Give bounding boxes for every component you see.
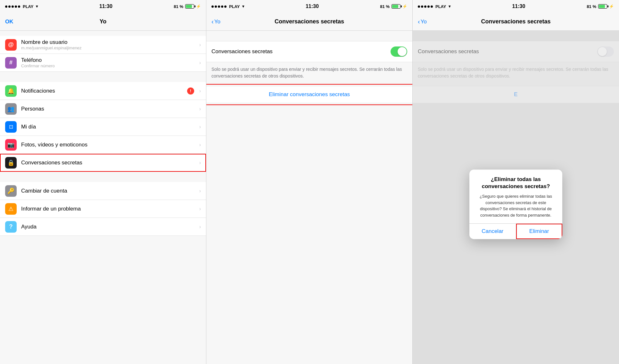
section-2: 🔔 Notificaciones ! › 👥 Personas ›	[0, 72, 206, 172]
battery-fill-1	[186, 5, 192, 8]
dot2-5	[224, 5, 227, 8]
section-1: @ Nombre de usuario m.me/juanmiguel.espi…	[0, 31, 206, 72]
back-label-3: Yo	[421, 19, 427, 25]
list-item-ayuda[interactable]: ? Ayuda ›	[0, 218, 206, 236]
section-gap-top	[0, 31, 206, 36]
ayuda-text: Ayuda	[21, 224, 197, 230]
list-item-username[interactable]: @ Nombre de usuario m.me/juanmiguel.espi…	[0, 36, 206, 54]
wifi-icon: ▾	[36, 4, 38, 9]
midia-label: Mi día	[21, 124, 197, 130]
dialog-box: ¿Eliminar todas las conversaciones secre…	[469, 170, 562, 239]
dot4	[15, 5, 17, 8]
dot5	[18, 5, 20, 8]
list-item-personas[interactable]: 👥 Personas ›	[0, 100, 206, 118]
username-icon: @	[5, 39, 17, 51]
back-button-2[interactable]: ‹ Yo	[211, 18, 220, 25]
phone-text: Teléfono Confirmar número	[21, 57, 197, 68]
wifi-icon-2: ▾	[242, 4, 244, 9]
dot2-2	[215, 5, 217, 8]
notifications-badge: !	[187, 87, 194, 95]
description-text-2: Solo se podrá usar un dispositivo para e…	[206, 62, 412, 86]
toggle-row-2: Conversaciones secretas	[206, 41, 412, 62]
ok-button[interactable]: OK	[5, 19, 13, 25]
nav-bar-3: ‹ Yo Conversaciones secretas	[413, 13, 619, 31]
nav-bar-2: ‹ Yo Conversaciones secretas	[206, 13, 412, 31]
dot3-4	[427, 5, 430, 8]
panel-2: PLAY ▾ 11:30 81 % ⚡ ‹ Yo Conversaciones …	[206, 0, 413, 364]
dialog-cancel-button[interactable]: Cancelar	[469, 224, 516, 239]
dot2-1	[211, 5, 214, 8]
battery-icon-1	[185, 4, 194, 9]
signal-dots	[5, 5, 20, 8]
wifi-icon-3: ▾	[449, 4, 450, 9]
signal-dots-3	[418, 5, 433, 8]
time-label-2: 11:30	[306, 4, 319, 9]
cuenta-icon: 🔑	[5, 185, 17, 197]
bg-toggle-label: Conversaciones secretas	[418, 48, 479, 55]
status-left-1: PLAY ▾	[5, 4, 38, 9]
bolt-icon-3: ⚡	[609, 4, 614, 9]
notifications-label: Notificaciones	[21, 88, 187, 94]
battery-icon-3	[598, 4, 607, 9]
phone-label: Teléfono	[21, 57, 197, 63]
section-gap-2	[0, 72, 206, 82]
username-chevron-icon: ›	[199, 42, 201, 48]
dot2-3	[218, 5, 220, 8]
midia-text: Mi día	[21, 124, 197, 130]
phone-sublabel: Confirmar número	[21, 63, 197, 68]
ayuda-icon: ?	[5, 221, 17, 233]
list-item-midia[interactable]: ⊡ Mi día ›	[0, 118, 206, 136]
list-item-notifications[interactable]: 🔔 Notificaciones ! ›	[0, 82, 206, 100]
battery-icon-2	[392, 4, 400, 9]
fotos-text: Fotos, vídeos y emoticonos	[21, 142, 197, 148]
status-right-3: 81 % ⚡	[587, 4, 614, 9]
secretas-icon: 🔒	[5, 157, 17, 169]
username-icon-symbol: @	[8, 41, 14, 48]
secretas-text: Conversaciones secretas	[21, 160, 197, 166]
carrier-label: PLAY	[23, 4, 33, 9]
toggle-knob-2	[398, 47, 407, 56]
list-item-secretas[interactable]: 🔒 Conversaciones secretas ›	[0, 154, 206, 172]
status-right-2: 81 % ⚡	[380, 4, 407, 9]
carrier-label-2: PLAY	[229, 4, 240, 9]
status-right-1: 81 % ⚡	[174, 4, 201, 9]
list-item-informar[interactable]: ⚠ Informar de un problema ›	[0, 200, 206, 218]
panel-1: PLAY ▾ 11:30 81 % ⚡ OK Yo @ Nombre	[0, 0, 206, 364]
personas-icon-symbol: 👥	[7, 105, 14, 112]
dialog-title: ¿Eliminar todas las conversaciones secre…	[475, 176, 557, 190]
settings-content-2: Conversaciones secretas Solo se podrá us…	[206, 31, 412, 364]
nav-bar-1: OK Yo	[0, 13, 206, 31]
settings-list-1: @ Nombre de usuario m.me/juanmiguel.espi…	[0, 31, 206, 364]
cuenta-icon-symbol: 🔑	[7, 187, 14, 194]
dot3-5	[431, 5, 433, 8]
battery-fill-2	[392, 5, 398, 8]
username-sublabel: m.me/juanmiguel.espinaljimenez	[21, 46, 197, 50]
action-link-2[interactable]: Eliminar conversaciones secretas	[211, 91, 407, 98]
list-item-phone[interactable]: # Teléfono Confirmar número ›	[0, 54, 206, 72]
notifications-text: Notificaciones	[21, 88, 187, 94]
midia-chevron-icon: ›	[199, 124, 201, 130]
back-button-3[interactable]: ‹ Yo	[418, 18, 427, 25]
personas-label: Personas	[21, 106, 197, 112]
dialog-confirm-button[interactable]: Eliminar	[516, 224, 563, 239]
bolt-icon-1: ⚡	[196, 4, 201, 9]
toggle-switch-2[interactable]	[391, 46, 407, 57]
list-item-cuenta[interactable]: 🔑 Cambiar de cuenta ›	[0, 182, 206, 200]
toggle-label-2: Conversaciones secretas	[211, 48, 273, 55]
dot3-3	[424, 5, 426, 8]
battery-pct-2: 81 %	[380, 4, 390, 9]
phone-icon-symbol: #	[9, 59, 12, 66]
action-row-2[interactable]: Eliminar conversaciones secretas	[206, 86, 412, 103]
dot2	[8, 5, 11, 8]
nav-title-3: Conversaciones secretas	[481, 18, 550, 25]
secretas-icon-symbol: 🔒	[7, 159, 14, 166]
list-item-fotos[interactable]: 📷 Fotos, vídeos y emoticonos ›	[0, 136, 206, 154]
bg-toggle-row: Conversaciones secretas	[413, 41, 619, 62]
time-label-3: 11:30	[512, 4, 525, 9]
cuenta-label: Cambiar de cuenta	[21, 188, 197, 194]
nav-title-1: Yo	[100, 18, 107, 25]
battery-fill-3	[599, 5, 605, 8]
notifications-icon: 🔔	[5, 85, 17, 97]
section-3: 🔑 Cambiar de cuenta › ⚠ Informar de un p…	[0, 172, 206, 236]
dot3	[12, 5, 14, 8]
